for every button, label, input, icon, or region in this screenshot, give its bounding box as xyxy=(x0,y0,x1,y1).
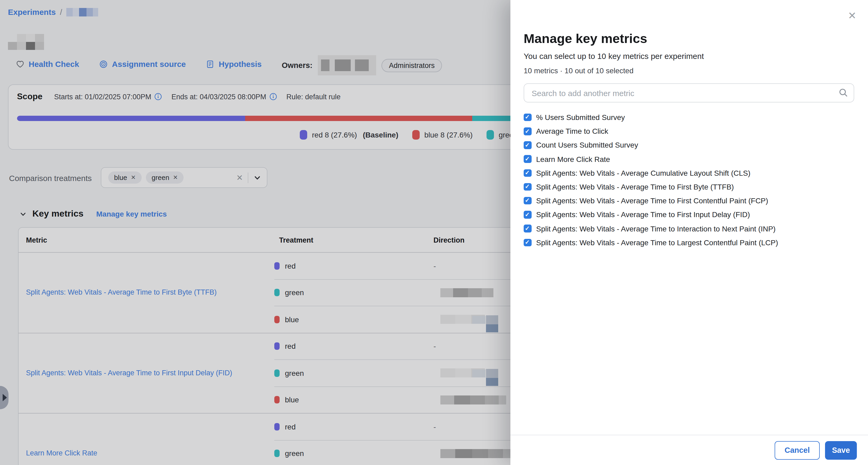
checkbox-checked-icon[interactable] xyxy=(524,183,531,191)
metric-option-label: Split Agents: Web Vitals - Average Time … xyxy=(536,224,776,233)
metric-option[interactable]: Split Agents: Web Vitals - Average Time … xyxy=(524,180,854,194)
manage-key-metrics-panel: ✕ Manage key metrics You can select up t… xyxy=(510,0,868,465)
panel-title: Manage key metrics xyxy=(524,31,854,47)
checkbox-checked-icon[interactable] xyxy=(524,239,531,246)
checkbox-checked-icon[interactable] xyxy=(524,114,531,121)
metric-option-label: Split Agents: Web Vitals - Average Time … xyxy=(536,183,734,191)
metric-option-label: Split Agents: Web Vitals - Average Time … xyxy=(536,196,768,205)
metrics-count-text: 10 metrics · 10 out of 10 selected xyxy=(524,66,854,76)
checkbox-checked-icon[interactable] xyxy=(524,211,531,219)
metric-option-label: Count Users Submitted Survey xyxy=(536,141,638,149)
panel-footer: Cancel Save xyxy=(510,435,868,465)
metric-option[interactable]: Split Agents: Web Vitals - Average Time … xyxy=(524,194,854,208)
panel-subtitle: You can select up to 10 key metrics per … xyxy=(524,51,854,61)
metric-option[interactable]: Split Agents: Web Vitals - Average Time … xyxy=(524,222,854,235)
metric-option[interactable]: Split Agents: Web Vitals - Average Time … xyxy=(524,235,854,249)
metric-option-label: Split Agents: Web Vitals - Average Cumul… xyxy=(536,169,750,177)
metric-option[interactable]: % Users Submitted Survey xyxy=(524,110,854,124)
save-button[interactable]: Save xyxy=(825,441,857,459)
checkbox-checked-icon[interactable] xyxy=(524,225,531,233)
app-viewport: Experiments / Health Check Assignment so… xyxy=(0,0,868,465)
checkbox-checked-icon[interactable] xyxy=(524,197,531,205)
cancel-button[interactable]: Cancel xyxy=(775,441,820,459)
checkbox-checked-icon[interactable] xyxy=(524,169,531,177)
search-metric-input[interactable] xyxy=(524,83,854,103)
metric-option[interactable]: Split Agents: Web Vitals - Average Time … xyxy=(524,208,854,222)
metric-checkbox-list: % Users Submitted Survey Average Time to… xyxy=(524,110,854,250)
metric-option[interactable]: Count Users Submitted Survey xyxy=(524,138,854,152)
close-icon[interactable]: ✕ xyxy=(848,10,856,21)
search-icon xyxy=(839,88,848,97)
metric-option-label: Split Agents: Web Vitals - Average Time … xyxy=(536,238,778,247)
metric-option[interactable]: Learn More Click Rate xyxy=(524,152,854,166)
metric-option[interactable]: Average Time to Click xyxy=(524,124,854,138)
checkbox-checked-icon[interactable] xyxy=(524,155,531,163)
metric-option-label: Average Time to Click xyxy=(536,127,608,136)
metric-option-label: Split Agents: Web Vitals - Average Time … xyxy=(536,210,750,219)
metric-option-label: % Users Submitted Survey xyxy=(536,113,625,121)
checkbox-checked-icon[interactable] xyxy=(524,127,531,135)
metric-option-label: Learn More Click Rate xyxy=(536,155,610,163)
checkbox-checked-icon[interactable] xyxy=(524,141,531,149)
metric-option[interactable]: Split Agents: Web Vitals - Average Cumul… xyxy=(524,166,854,180)
